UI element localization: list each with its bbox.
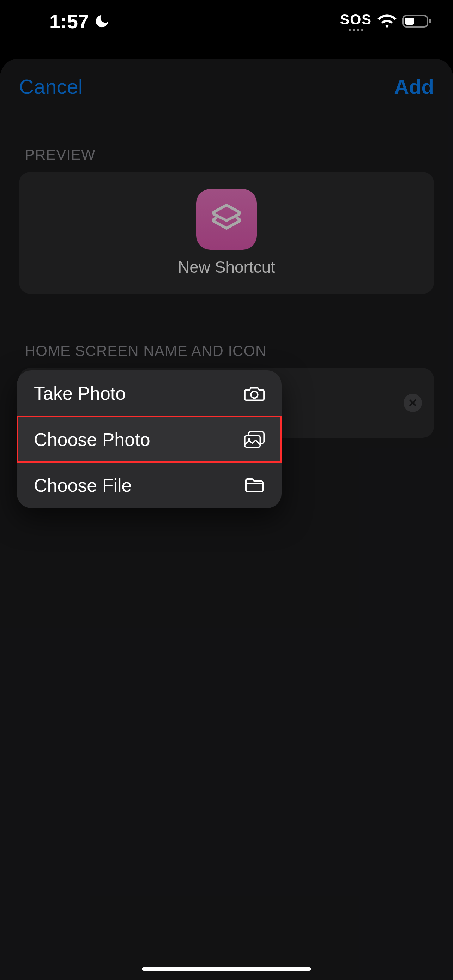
preview-section-label: PREVIEW: [0, 146, 453, 172]
battery-icon: [402, 14, 432, 28]
svg-rect-2: [429, 19, 431, 23]
icon-source-menu: Take Photo Choose Photo Choose File: [17, 371, 281, 508]
sos-indicator: SOS: [340, 12, 372, 31]
add-button[interactable]: Add: [394, 75, 434, 99]
folder-icon: [244, 475, 265, 496]
svg-point-3: [251, 391, 257, 398]
home-indicator[interactable]: [142, 967, 311, 971]
sos-label: SOS: [340, 12, 372, 27]
status-left: 1:57: [49, 10, 110, 33]
menu-item-choose-file[interactable]: Choose File: [17, 462, 281, 508]
moon-icon: [94, 13, 110, 29]
menu-item-label: Choose File: [34, 475, 132, 496]
add-to-home-screen-sheet: Cancel Add PREVIEW New Shortcut HOME SCR…: [0, 59, 453, 980]
photo-library-icon: [244, 430, 265, 450]
menu-item-choose-photo[interactable]: Choose Photo: [17, 416, 281, 462]
menu-item-take-photo[interactable]: Take Photo: [17, 371, 281, 416]
nav-bar: Cancel Add: [0, 59, 453, 99]
menu-item-label: Choose Photo: [34, 429, 150, 450]
status-right: SOS: [340, 12, 432, 31]
wifi-icon: [377, 14, 397, 28]
screen: 1:57 SOS Cancel: [0, 0, 453, 980]
preview-app-icon: [196, 189, 257, 250]
menu-item-label: Take Photo: [34, 383, 126, 404]
cancel-button[interactable]: Cancel: [19, 75, 83, 99]
preview-name: New Shortcut: [178, 258, 275, 277]
svg-rect-1: [405, 18, 414, 25]
clear-text-button[interactable]: [404, 394, 422, 412]
name-section-label: HOME SCREEN NAME AND ICON: [0, 342, 453, 368]
preview-card: New Shortcut: [19, 172, 434, 294]
camera-icon: [244, 383, 265, 404]
status-time: 1:57: [49, 10, 89, 33]
status-bar: 1:57 SOS: [0, 0, 453, 42]
